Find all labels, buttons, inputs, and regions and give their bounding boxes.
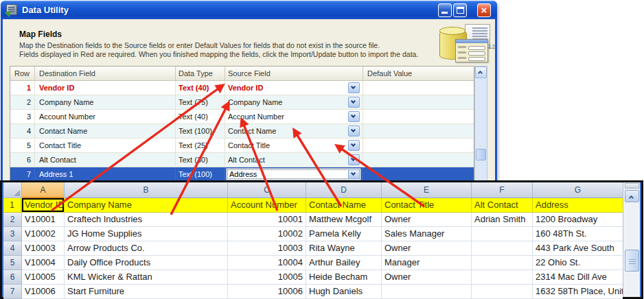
sheet-cell[interactable]: Daily Office Products	[65, 256, 228, 270]
source-dropdown-button[interactable]	[348, 111, 360, 122]
row-header[interactable]: 2	[3, 213, 22, 227]
map-grid-row-2[interactable]: 2 Company Name Text (75) Company Name	[10, 95, 474, 110]
scrollbar-thumb[interactable]	[625, 250, 639, 272]
maximize-button[interactable]	[453, 3, 467, 17]
sheet-cell[interactable]: 443 Park Ave South	[533, 241, 623, 256]
sheet-cell[interactable]: Contact Title	[382, 198, 472, 213]
grid-scrollbar[interactable]	[474, 66, 487, 182]
sheet-cell[interactable]: 1632 58Th Place, Unit 2	[533, 285, 623, 299]
row-header[interactable]: 1	[3, 198, 22, 213]
default-value-cell[interactable]	[363, 110, 474, 124]
sheet-cell[interactable]: 160 48Th St.	[533, 227, 623, 241]
column-header-g[interactable]: G	[533, 182, 623, 198]
source-combobox[interactable]: Address	[226, 168, 361, 180]
sheet-cell[interactable]: 10002	[228, 227, 306, 241]
sheet-cell[interactable]: Arthur Bailey	[306, 256, 382, 270]
sheet-cell[interactable]: Contact Name	[306, 198, 382, 213]
row-header[interactable]: 5	[3, 256, 22, 270]
column-header-c[interactable]: C	[228, 182, 306, 198]
sheet-cell[interactable]: Manager	[382, 256, 472, 270]
header-destination[interactable]: Destination Field	[35, 67, 176, 80]
sheet-cell[interactable]: Sales Manager	[382, 227, 472, 241]
sheet-cell[interactable]: V10003	[22, 241, 65, 256]
sheet-cell[interactable]: JG Home Supplies	[65, 227, 228, 241]
sheet-cell[interactable]	[382, 285, 472, 299]
sheet-cell[interactable]: 2314 Mac Dill Ave	[533, 270, 623, 285]
sheet-cell[interactable]: V10004	[22, 256, 65, 270]
sheet-cell[interactable]	[472, 285, 533, 299]
sheet-cell[interactable]: Company Name	[65, 198, 228, 213]
sheet-cell-a1-selected[interactable]: Vendor ID	[22, 198, 65, 213]
map-grid-row-5[interactable]: 5 Contact Title Text (25) Contact Title	[10, 139, 474, 153]
default-value-cell[interactable]	[363, 153, 474, 167]
source-dropdown-button[interactable]	[348, 82, 360, 93]
titlebar[interactable]: Data Utility ×	[1, 1, 497, 19]
sheet-cell[interactable]: V10001	[22, 213, 65, 227]
sheet-cell[interactable]: V10006	[22, 285, 65, 299]
row-header[interactable]: 4	[3, 241, 22, 256]
source-field-cell[interactable]: Vendor ID	[225, 81, 363, 95]
sheet-cell[interactable]: Matthew Mcgolf	[306, 213, 382, 227]
column-header-f[interactable]: F	[472, 182, 533, 198]
sheet-scrollbar[interactable]	[623, 182, 640, 297]
source-dropdown-button[interactable]	[348, 169, 360, 179]
row-header[interactable]: 7	[3, 285, 22, 299]
default-value-cell[interactable]	[363, 124, 474, 139]
source-dropdown-button[interactable]	[348, 125, 360, 136]
sheet-cell[interactable]: Owner	[382, 241, 472, 256]
sheet-cell[interactable]: Account Number	[228, 198, 306, 213]
scroll-up-button[interactable]	[625, 190, 639, 202]
scroll-up-button[interactable]	[475, 67, 487, 78]
header-row[interactable]: Row	[10, 67, 35, 80]
sheet-cell[interactable]: Start Furniture	[65, 285, 228, 299]
default-value-cell[interactable]	[363, 167, 474, 182]
close-button[interactable]: ×	[477, 3, 491, 17]
default-value-cell[interactable]	[363, 81, 474, 95]
sheet-cell[interactable]: Arrow Products Co.	[65, 241, 228, 256]
header-default-value[interactable]: Default Value	[363, 67, 474, 80]
source-field-cell[interactable]: Company Name	[225, 95, 363, 110]
source-dropdown-button[interactable]	[348, 97, 360, 108]
sheet-cell[interactable]: 22 Ohio St.	[533, 256, 623, 270]
sheet-cell[interactable]: Heide Becham	[306, 270, 382, 285]
sheet-cell[interactable]	[472, 270, 533, 285]
source-field-cell[interactable]: Address	[225, 167, 363, 182]
sheet-cell[interactable]: 10006	[228, 285, 306, 299]
scrollbar-thumb[interactable]	[476, 149, 486, 160]
sheet-cell[interactable]: V10005	[22, 270, 65, 285]
sheet-cell[interactable]: 10001	[228, 213, 306, 227]
map-grid-row-4[interactable]: 4 Contact Name Text (100) Contact Name	[10, 124, 474, 139]
sheet-cell[interactable]: Adrian Smith	[472, 213, 533, 227]
scrollbar-split-box[interactable]	[625, 183, 639, 189]
column-header-d[interactable]: D	[306, 182, 382, 198]
source-dropdown-button[interactable]	[348, 154, 360, 165]
minimize-button[interactable]	[438, 3, 452, 17]
column-header-b[interactable]: B	[65, 182, 228, 198]
map-grid-row-7-selected[interactable]: 7 Address 1 Text (100) Address	[10, 167, 474, 182]
column-header-e[interactable]: E	[382, 182, 472, 198]
header-source[interactable]: Source Field	[225, 67, 363, 80]
default-value-cell[interactable]	[363, 95, 474, 110]
sheet-cell[interactable]: 10005	[228, 270, 306, 285]
default-value-cell[interactable]	[363, 139, 474, 153]
sheet-cell[interactable]: Pamela Kelly	[306, 227, 382, 241]
sheet-cell[interactable]: 10004	[228, 256, 306, 270]
map-grid-row-3[interactable]: 3 Account Number Text (40) Account Numbe…	[10, 110, 474, 124]
sheet-cell[interactable]: Owner	[382, 213, 472, 227]
sheet-cell[interactable]: KML Wicker & Rattan	[65, 270, 228, 285]
sheet-cell[interactable]: Hugh Daniels	[306, 285, 382, 299]
sheet-cell[interactable]: Rita Wayne	[306, 241, 382, 256]
sheet-cell[interactable]: Alt Contact	[472, 198, 533, 213]
source-field-cell[interactable]: Contact Name	[225, 124, 363, 139]
header-data-type[interactable]: Data Type	[176, 67, 225, 80]
sheet-cell[interactable]: 10003	[228, 241, 306, 256]
row-header[interactable]: 3	[3, 227, 22, 241]
map-grid-row-1[interactable]: 1 Vendor ID Text (40) Vendor ID	[10, 81, 474, 95]
sheet-cell[interactable]	[472, 227, 533, 241]
sheet-cell[interactable]: Craftech Industries	[65, 213, 228, 227]
row-header[interactable]: 6	[3, 270, 22, 285]
map-grid-row-6[interactable]: 6 Alt Contact Text (30) Alt Contact	[10, 153, 474, 167]
sheet-cell[interactable]: 1200 Broadway	[533, 213, 623, 227]
source-field-cell[interactable]: Alt Contact	[225, 153, 363, 167]
source-field-cell[interactable]: Account Number	[225, 110, 363, 124]
